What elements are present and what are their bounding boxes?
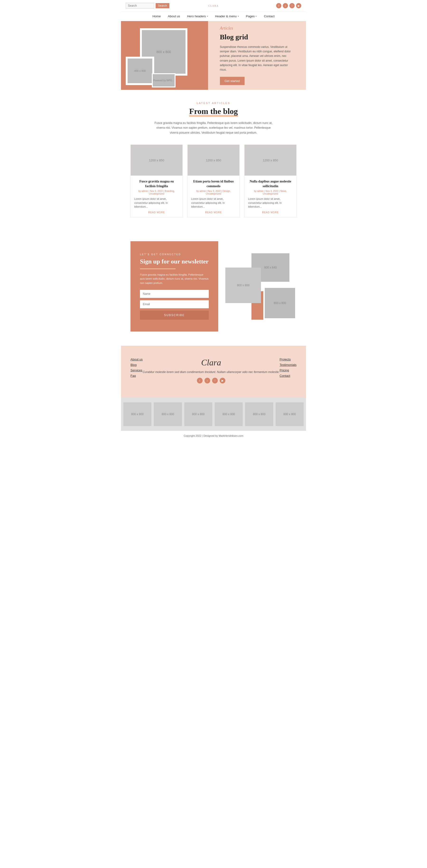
nav-contact[interactable]: Contact (264, 14, 275, 18)
footer-link-about[interactable]: About us (131, 358, 143, 361)
blog-section-label: LATEST ARTICLES (131, 102, 296, 104)
newsletter-name-input[interactable] (140, 290, 209, 298)
footer: About us Blog Services Faq Clara Curabit… (121, 346, 306, 398)
newsletter-title: Sign up for our newsletter (140, 257, 209, 266)
blog-section: LATEST ARTICLES From the blog Fusce grav… (121, 90, 306, 227)
chevron-down-icon: ▾ (255, 15, 257, 18)
main-nav: Home About us Hero headers ▾ Header & me… (121, 11, 306, 21)
blog-card-excerpt: Lorem ipsum dolor sit amet, consectetur … (191, 197, 236, 209)
search-button[interactable]: Search (155, 3, 169, 8)
gallery-item: 800 x 800 (276, 402, 304, 426)
blog-section-description: Fusce gravida magna eu facilisis fringil… (152, 121, 275, 135)
newsletter-image-2: 800 x 800 (225, 268, 261, 303)
newsletter-image-3: 800 x 800 (263, 286, 296, 320)
footer-tagline: Curabitur molestie lorem sed diam condim… (143, 370, 280, 374)
copyright-bar: Copyright 2022 | Designed by MarkHendrik… (121, 431, 306, 441)
nav-home[interactable]: Home (152, 14, 161, 18)
twitter-icon[interactable]: t (283, 3, 288, 8)
footer-link-blog[interactable]: Blog (131, 363, 143, 367)
hero-description: Suspendisse rhoncus commodo varius. Vest… (220, 45, 294, 72)
blog-card: 1200 x 850 Nulla dapibus augue molestie … (244, 145, 296, 218)
nav-hero-headers[interactable]: Hero headers ▾ (187, 14, 208, 18)
hero-title: Blog grid (220, 33, 294, 41)
blog-card-body: Fusce gravida magna eu facilisis fringil… (131, 176, 182, 217)
newsletter-email-input[interactable] (140, 300, 209, 308)
nav-pages[interactable]: Pages ▾ (246, 14, 257, 18)
read-more-link[interactable]: READ MORE (134, 211, 179, 214)
blog-card-excerpt: Lorem ipsum dolor sit amet, consectetur … (134, 197, 179, 209)
read-more-link[interactable]: READ MORE (248, 211, 293, 214)
footer-youtube-icon[interactable]: ▶ (220, 378, 225, 383)
blog-card-excerpt: Lorem ipsum dolor sit amet, consectetur … (248, 197, 293, 209)
footer-top: About us Blog Services Faq Clara Curabit… (131, 358, 296, 383)
gallery-item: 800 x 800 (154, 402, 182, 426)
subscribe-button[interactable]: SUBSCRIBE (140, 311, 209, 320)
hero-tiny-image: Powered by WPG... (152, 73, 175, 87)
footer-twitter-icon[interactable]: t (204, 378, 210, 383)
gallery-item: 800 x 800 (123, 402, 151, 426)
instagram-icon[interactable]: ♡ (289, 3, 295, 8)
footer-link-pricing[interactable]: Pricing (280, 369, 296, 372)
facebook-icon[interactable]: f (276, 3, 281, 8)
newsletter-label: LET'S GET CONNECTED (140, 253, 209, 256)
blog-cards-container: 1200 x 850 Fusce gravida magna eu facili… (131, 145, 296, 218)
footer-social-icons: f t ♡ ▶ (143, 378, 280, 383)
footer-instagram-icon[interactable]: ♡ (212, 378, 218, 383)
copyright-text: Copyright 2022 | Designed by MarkHendrik… (183, 434, 244, 437)
chevron-down-icon: ▾ (207, 15, 208, 18)
blog-card-title: Etiam porta lorem id finibus commodo (191, 179, 236, 188)
footer-logo[interactable]: Clara (143, 358, 280, 368)
blog-card-image: 1200 x 850 (131, 145, 182, 176)
read-more-link[interactable]: READ MORE (191, 211, 236, 214)
blog-card: 1200 x 850 Fusce gravida magna eu facili… (131, 145, 183, 218)
footer-link-testimonials[interactable]: Testimonials (280, 363, 296, 367)
search-input[interactable] (126, 3, 154, 8)
gallery-item: 800 x 800 (215, 402, 243, 426)
header-search-area: Search (126, 3, 169, 8)
site-logo[interactable]: Clara (208, 4, 219, 7)
gallery-strip: 800 x 800 800 x 800 800 x 800 800 x 800 … (121, 398, 306, 431)
blog-card-image: 1200 x 850 (188, 145, 239, 176)
newsletter-form-area: LET'S GET CONNECTED Sign up for our news… (131, 241, 218, 332)
blog-card-image: 1200 x 850 (245, 145, 296, 176)
blog-section-title: From the blog (189, 107, 238, 116)
newsletter-description: Fusce gravida magna eu facilisis fringil… (140, 273, 209, 285)
footer-link-contact[interactable]: Contact (280, 374, 296, 377)
hero-content: Articles Blog grid Suspendisse rhoncus c… (208, 21, 306, 90)
blog-card-meta: by admin | Nov 3, 2022 | News, Uncategor… (248, 190, 293, 195)
gallery-item: 800 x 800 (184, 402, 212, 426)
blog-card-body: Nulla dapibus augue molestie sollicitudi… (245, 176, 296, 217)
footer-link-faq[interactable]: Faq (131, 374, 143, 377)
footer-facebook-icon[interactable]: f (197, 378, 203, 383)
hero-image-area: 800 x 800 400 x 400 Powered by WPG... (121, 21, 208, 90)
hero-section: 800 x 800 400 x 400 Powered by WPG... Ar… (121, 21, 306, 90)
get-started-button[interactable]: Get started (220, 77, 245, 85)
chevron-down-icon: ▾ (238, 15, 239, 18)
nav-header-menu[interactable]: Header & menu ▾ (215, 14, 239, 18)
hero-small-image: 400 x 400 (126, 57, 154, 85)
blog-card-meta: by admin | Nov 3, 2022 | Branding, Uncat… (134, 190, 179, 195)
header-social-icons: f t ♡ ▶ (276, 3, 301, 8)
footer-link-projects[interactable]: Projects (280, 358, 296, 361)
hero-subtitle: Articles (220, 26, 294, 31)
blog-card-body: Etiam porta lorem id finibus commodo by … (188, 176, 239, 217)
newsletter-underline (140, 269, 175, 269)
newsletter-images: 800 x 640 800 x 800 800 x 800 (225, 253, 296, 320)
blog-card-title: Fusce gravida magna eu facilisis fringil… (134, 179, 179, 188)
blog-card: 1200 x 850 Etiam porta lorem id finibus … (188, 145, 239, 218)
blog-card-title: Nulla dapibus augue molestie sollicitudi… (248, 179, 293, 188)
nav-about[interactable]: About us (168, 14, 180, 18)
newsletter-section: LET'S GET CONNECTED Sign up for our news… (121, 227, 306, 346)
footer-link-services[interactable]: Services (131, 369, 143, 372)
footer-links-right: Projects Testimonials Pricing Contact (280, 358, 296, 383)
header: Search Clara f t ♡ ▶ (121, 0, 306, 11)
footer-center: Clara Curabitur molestie lorem sed diam … (143, 358, 280, 383)
gallery-item: 800 x 800 (245, 402, 273, 426)
footer-links-left: About us Blog Services Faq (131, 358, 143, 383)
youtube-icon[interactable]: ▶ (296, 3, 301, 8)
blog-card-meta: by admin | Nov 3, 2022 | Design, Uncateg… (191, 190, 236, 195)
